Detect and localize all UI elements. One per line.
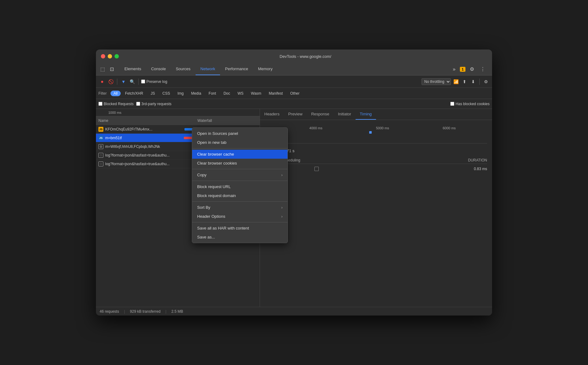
menu-item-label: Sort By [197, 205, 281, 210]
panel-content: 4000 ms 5000 ms 6000 ms Started at 4.71 … [260, 120, 492, 307]
transferred-size: 929 kB transferred [130, 309, 161, 314]
menu-separator-1 [192, 148, 288, 148]
filter-other[interactable]: Other [287, 91, 303, 96]
filter-icon[interactable]: ▼ [120, 78, 127, 85]
menu-item-block-url[interactable]: Block request URL [192, 182, 288, 191]
tabs-right: » 1 ⚙ ⋮ [451, 63, 490, 75]
tab-network[interactable]: Network [196, 63, 220, 75]
close-button[interactable] [101, 54, 105, 58]
online-icon[interactable]: 📶 [452, 78, 460, 85]
menu-item-label: Open in Sources panel [197, 131, 283, 136]
window-title: DevTools - www.google.com/ [124, 54, 487, 59]
request-name: m=Wt6vjf,hhhU8,FCpbqb,WhJNk [105, 144, 181, 149]
tab-sources[interactable]: Sources [171, 63, 196, 75]
timing-section-header: Resource Scheduling DURATION [265, 158, 487, 164]
filter-wasm[interactable]: Wasm [248, 91, 265, 96]
settings-icon[interactable]: ⚙ [468, 65, 476, 73]
timing-queueing-row: Queueing 0.83 ms [265, 166, 487, 171]
queueing-value: 0.83 ms [462, 167, 487, 171]
panel-tabs: Headers Preview Response Initiator Timin… [260, 109, 492, 120]
blocked-requests-checkbox[interactable] [98, 102, 102, 106]
menu-item-open-new-tab[interactable]: Open in new tab [192, 138, 288, 147]
status-sep-1: | [124, 309, 125, 314]
request-icon: □ [98, 161, 103, 166]
third-party-checkbox[interactable] [136, 102, 140, 106]
status-bar: 46 requests | 929 kB transferred | 2.5 M… [96, 307, 492, 316]
request-icon: ⊡ [98, 144, 103, 149]
request-icon: JS [98, 135, 103, 140]
menu-item-save-har[interactable]: Save all as HAR with content [192, 224, 288, 233]
filter-css[interactable]: CSS [159, 91, 173, 96]
arrow-icon: › [281, 173, 283, 177]
request-name: log?format=json&hasfast=true&authu... [105, 153, 181, 157]
has-blocked-cookies-checkbox[interactable] [450, 102, 454, 106]
request-icon: □ [98, 153, 103, 158]
preserve-log-checkbox[interactable] [141, 79, 145, 84]
maximize-button[interactable] [115, 54, 119, 58]
filter-img[interactable]: Img [174, 91, 187, 96]
waterfall-timeline: 4000 ms 5000 ms 6000 ms [265, 125, 487, 144]
col-name-header[interactable]: Name [98, 118, 197, 123]
has-blocked-cookies-row: Has blocked cookies [450, 102, 490, 106]
tab-performance[interactable]: Performance [220, 63, 253, 75]
requests-count: 46 requests [100, 309, 119, 314]
request-name: KFOmChqEu92FrTMu4mx... [105, 127, 181, 131]
queueing-bar-visual [314, 167, 319, 171]
filter-ws[interactable]: WS [234, 91, 246, 96]
timeline-tick-6000: 6000 ms [443, 126, 456, 130]
more-options-icon[interactable]: ⋮ [478, 65, 487, 73]
record-button[interactable]: ● [98, 78, 106, 85]
clear-button[interactable]: 🚫 [107, 78, 115, 85]
blocked-requests-label[interactable]: Blocked Requests [98, 102, 134, 106]
filter-fetch-xhr[interactable]: Fetch/XHR [122, 91, 146, 96]
filter-all[interactable]: All [110, 91, 121, 96]
context-menu: Open in Sources panel Open in new tab Cl… [192, 127, 288, 243]
filter-font[interactable]: Font [205, 91, 219, 96]
tab-memory[interactable]: Memory [253, 63, 278, 75]
menu-item-copy[interactable]: Copy › [192, 170, 288, 179]
more-tabs-icon[interactable]: » [451, 65, 457, 73]
download-icon[interactable]: ⬇ [469, 78, 477, 85]
menu-item-clear-cookies[interactable]: Clear browser cookies [192, 159, 288, 168]
filter-media[interactable]: Media [188, 91, 204, 96]
tab-response[interactable]: Response [307, 109, 334, 120]
titlebar: DevTools - www.google.com/ [96, 49, 492, 63]
menu-item-header-options[interactable]: Header Options › [192, 212, 288, 221]
menu-separator-4 [192, 201, 288, 202]
filter-doc[interactable]: Doc [220, 91, 233, 96]
inspect-icon[interactable]: ⬚ [98, 65, 107, 73]
tab-initiator[interactable]: Initiator [334, 109, 356, 120]
timeline-tick-5000: 5000 ms [376, 126, 389, 130]
filter-bar: Filter All Fetch/XHR JS CSS Img Media Fo… [96, 88, 492, 99]
menu-item-block-domain[interactable]: Block request domain [192, 191, 288, 200]
tab-preview[interactable]: Preview [284, 109, 307, 120]
minimize-button[interactable] [108, 54, 112, 58]
traffic-lights [101, 54, 119, 58]
preserve-log-label[interactable]: Preserve log [141, 79, 167, 84]
timing-started: Started at 4.71 s [265, 148, 487, 153]
menu-item-label: Save as... [197, 235, 283, 239]
devtools-tabs: ⬚ ⊡ Elements Console Sources Network Per… [96, 63, 492, 75]
tab-elements[interactable]: Elements [119, 63, 146, 75]
menu-item-open-sources[interactable]: Open in Sources panel [192, 129, 288, 138]
tab-console[interactable]: Console [146, 63, 171, 75]
search-icon[interactable]: 🔍 [128, 78, 136, 85]
filter-row2: Blocked Requests 3rd-party requests Has … [96, 99, 492, 109]
request-table-header: Name Waterfall [96, 116, 260, 125]
tab-headers[interactable]: Headers [260, 109, 284, 120]
tab-timing[interactable]: Timing [356, 109, 376, 120]
throttling-select[interactable]: No throttling [422, 78, 451, 85]
upload-icon[interactable]: ⬆ [461, 78, 468, 85]
menu-item-label: Block request domain [197, 193, 283, 198]
menu-item-label: Clear browser cache [197, 152, 283, 157]
menu-item-sort-by[interactable]: Sort By › [192, 203, 288, 212]
menu-item-save-as[interactable]: Save as... [192, 233, 288, 242]
timeline-bar: 1000 ms [96, 109, 260, 116]
col-waterfall-header[interactable]: Waterfall [197, 118, 257, 123]
filter-manifest[interactable]: Manifest [266, 91, 286, 96]
device-icon[interactable]: ⊡ [108, 65, 116, 73]
third-party-label[interactable]: 3rd-party requests [136, 102, 171, 106]
network-settings-icon[interactable]: ⚙ [482, 78, 490, 85]
filter-js[interactable]: JS [148, 91, 158, 96]
menu-item-clear-cache[interactable]: Clear browser cache [192, 150, 288, 159]
